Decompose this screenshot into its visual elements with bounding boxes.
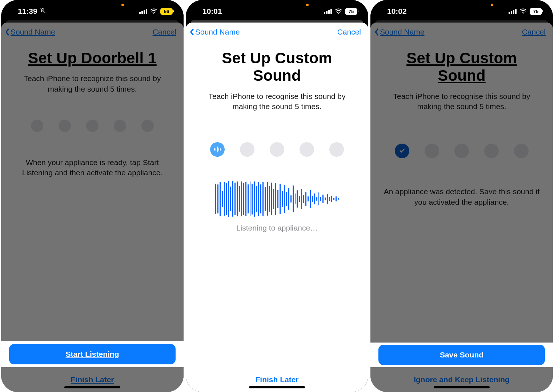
page-title: Set Up Custom Sound: [196, 49, 358, 85]
progress-dots: [210, 142, 344, 157]
nav-bar: Sound Name Cancel: [1, 23, 184, 39]
svg-point-1: [338, 13, 339, 14]
svg-point-0: [153, 13, 154, 14]
listening-status: Listening to appliance…: [236, 224, 318, 232]
progress-dot: [300, 142, 314, 157]
cancel-button[interactable]: Cancel: [153, 28, 176, 36]
mic-indicator-dot: [491, 4, 493, 6]
progress-dot: [240, 142, 254, 157]
back-label: Sound Name: [380, 28, 425, 36]
cellular-icon: [324, 9, 332, 14]
progress-dot: [141, 120, 154, 132]
phone-screen-1: 11:39 56 Sound Name Can: [1, 0, 184, 392]
battery-indicator: 56: [160, 8, 173, 15]
page-title: Set Up Custom Sound: [381, 49, 543, 85]
back-label: Sound Name: [195, 28, 240, 36]
chevron-left-icon: [5, 28, 10, 36]
back-button[interactable]: Sound Name: [189, 28, 240, 36]
cellular-icon: [139, 9, 147, 14]
progress-dot-done: [395, 144, 409, 158]
finish-later-button[interactable]: Finish Later: [9, 369, 176, 387]
wifi-icon: [150, 7, 157, 16]
cellular-icon: [509, 9, 517, 14]
ignore-keep-listening-button[interactable]: Ignore and Keep Listening: [378, 369, 545, 387]
home-indicator[interactable]: [64, 386, 120, 388]
home-indicator[interactable]: [434, 386, 490, 388]
progress-dot: [31, 120, 43, 132]
home-indicator[interactable]: [249, 386, 305, 388]
mic-indicator-dot: [121, 4, 124, 6]
status-time: 11:39: [18, 7, 37, 16]
phone-screen-2: 10:01 75 Sound Name Cancel Set Up Cus: [186, 0, 368, 392]
progress-dot: [114, 120, 126, 132]
chevron-left-icon: [374, 28, 379, 36]
cancel-button[interactable]: Cancel: [337, 28, 361, 36]
phone-screen-3: 10:02 75 Sound Name Cancel Set: [370, 0, 553, 392]
nav-bar: Sound Name Cancel: [186, 23, 368, 39]
status-bar: 11:39 56: [1, 0, 184, 19]
chevron-left-icon: [189, 28, 194, 36]
svg-point-2: [523, 13, 523, 14]
checkmark-icon: [398, 147, 406, 155]
audio-waveform: [215, 177, 339, 221]
battery-indicator: 75: [530, 8, 542, 15]
page-subtitle: Teach iPhone to recognise this sound by …: [196, 91, 358, 112]
wifi-icon: [519, 7, 527, 16]
status-bar: 10:01 75: [186, 0, 368, 19]
status-time: 10:02: [387, 7, 407, 16]
modal-sheet: Sound Name Cancel Set Up Doorbell 1 Teac…: [1, 23, 184, 392]
battery-indicator: 75: [345, 8, 357, 15]
start-listening-button[interactable]: Start Listening: [9, 344, 176, 364]
progress-dot: [484, 144, 499, 158]
wifi-icon: [335, 7, 342, 16]
progress-dot: [86, 120, 99, 132]
back-button[interactable]: Sound Name: [5, 28, 55, 36]
progress-dot: [59, 120, 71, 132]
page-title: Set Up Doorbell 1: [28, 49, 156, 67]
mic-indicator-dot: [306, 4, 309, 6]
nav-bar: Sound Name Cancel: [370, 23, 553, 39]
progress-dot: [329, 142, 344, 157]
progress-dot: [454, 144, 469, 158]
cancel-button[interactable]: Cancel: [522, 28, 546, 36]
bell-slash-icon: [40, 7, 46, 16]
modal-sheet: Sound Name Cancel Set Up Custom Sound Te…: [370, 23, 553, 392]
progress-dot-active: [210, 142, 225, 157]
progress-dot: [514, 144, 529, 158]
modal-sheet: Sound Name Cancel Set Up Custom Sound Te…: [186, 23, 368, 392]
back-label: Sound Name: [11, 28, 55, 36]
hint-text: An appliance was detected. Save this sou…: [381, 187, 543, 207]
progress-dot: [425, 144, 439, 158]
waveform-icon: [214, 147, 221, 152]
page-subtitle: Teach iPhone to recognise this sound by …: [381, 91, 543, 112]
save-sound-button[interactable]: Save Sound: [378, 345, 545, 365]
progress-dots: [395, 144, 529, 158]
hint-text: When your appliance is ready, tap Start …: [11, 157, 173, 178]
status-bar: 10:02 75: [370, 0, 553, 19]
progress-dot: [270, 142, 284, 157]
finish-later-button[interactable]: Finish Later: [194, 369, 360, 387]
progress-dots: [31, 120, 154, 132]
page-subtitle: Teach iPhone to recognize this sound by …: [11, 73, 173, 94]
status-time: 10:01: [202, 7, 222, 16]
back-button[interactable]: Sound Name: [374, 28, 425, 36]
